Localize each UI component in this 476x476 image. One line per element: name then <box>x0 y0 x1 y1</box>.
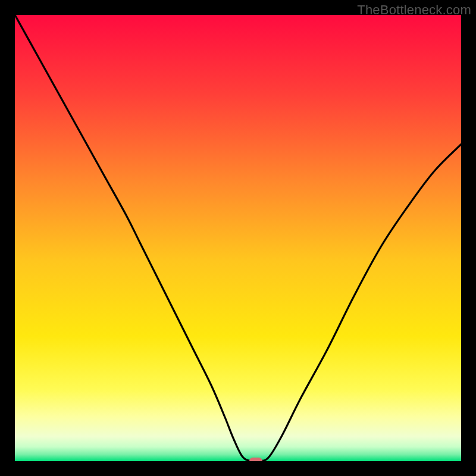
minimum-marker <box>249 458 262 461</box>
watermark-text: TheBottleneck.com <box>357 2 471 18</box>
bottleneck-curve <box>15 15 461 461</box>
plot-area <box>15 15 461 461</box>
curve-layer <box>15 15 461 461</box>
chart-stage: TheBottleneck.com <box>0 0 476 476</box>
